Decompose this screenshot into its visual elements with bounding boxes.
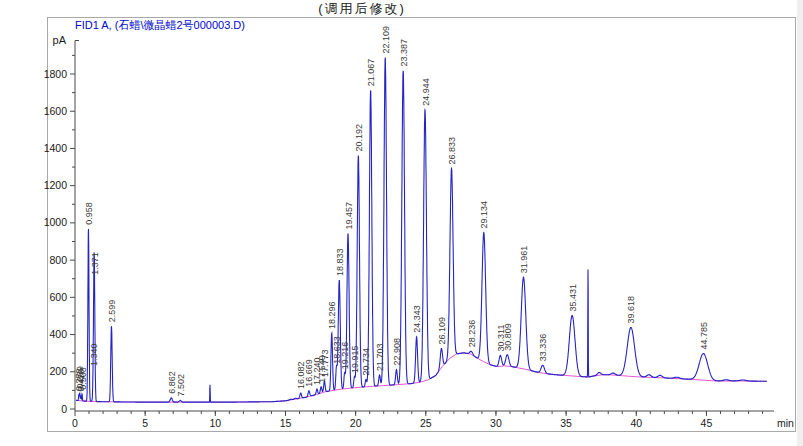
chromatogram-canvas: 0200400600800100012001400160018000510152…	[0, 0, 803, 446]
peak-label: 35.431	[568, 284, 578, 312]
peak-label: 21.067	[366, 59, 376, 87]
window-edge	[797, 0, 803, 446]
x-tick-label: 40	[630, 417, 642, 429]
x-tick-label: 0	[72, 417, 78, 429]
x-tick-label: 10	[209, 417, 221, 429]
peak-label: 31.961	[519, 246, 529, 274]
peak-label: 26.833	[447, 137, 457, 165]
peak-label: 20.734	[361, 348, 371, 376]
peak-label: 1.371	[90, 252, 100, 275]
y-tick-label: 800	[49, 254, 67, 266]
x-tick-label: 45	[701, 417, 713, 429]
y-tick-label: 1600	[44, 105, 68, 117]
peak-label: 18.296	[327, 302, 337, 330]
chromatogram-trace	[76, 58, 767, 403]
x-tick-label: 35	[560, 417, 572, 429]
peak-label: 26.109	[437, 317, 447, 345]
x-tick-label: 5	[142, 417, 148, 429]
y-tick-label: 1800	[44, 68, 68, 80]
peak-label: 21.703	[375, 343, 385, 371]
peak-label: 33.336	[538, 334, 548, 362]
signal-legend: FID1 A, (石蜡\微晶蜡2号000003.D)	[75, 18, 245, 33]
peak-label: 30.809	[503, 323, 513, 351]
peak-label: 17.773	[320, 350, 330, 378]
peak-label: 1.340	[89, 343, 99, 366]
x-axis-unit: min	[777, 417, 794, 429]
peak-label: 28.236	[467, 320, 477, 348]
signal-legend-text: FID1 A, (石蜡\微晶蜡2号000003.D)	[75, 19, 245, 31]
peak-label: 2.599	[107, 300, 117, 323]
x-tick-label: 30	[490, 417, 502, 429]
peak-label: 0.503	[78, 367, 88, 390]
y-tick-label: 400	[49, 328, 67, 340]
peak-label: 22.109	[381, 26, 391, 54]
peak-label: 23.387	[399, 39, 409, 67]
peak-label: 0.958	[84, 202, 94, 225]
peak-label: 44.785	[699, 322, 709, 350]
x-tick-label: 15	[280, 417, 292, 429]
y-tick-label: 200	[49, 365, 67, 377]
peak-label: 19.216	[340, 342, 350, 370]
peak-label: 29.134	[479, 201, 489, 229]
peak-label: 19.915	[350, 345, 360, 373]
peak-label: 18.833	[335, 248, 345, 276]
peak-label: 39.618	[626, 296, 636, 324]
y-tick-label: 1200	[44, 179, 68, 191]
peak-label: 24.343	[412, 305, 422, 333]
peak-labels: 0.2720.3390.4200.5030.9581.3401.3712.599…	[74, 26, 709, 396]
peak-label: 24.944	[421, 78, 431, 106]
y-axis-unit: pA	[53, 34, 67, 46]
y-tick-label: 1000	[44, 216, 68, 228]
y-tick-label: 0	[61, 403, 67, 415]
y-tick-label: 1400	[44, 142, 68, 154]
peak-label: 20.192	[354, 124, 364, 152]
tick-marks	[70, 55, 763, 416]
chromatogram-window: (调用后修改) 02004006008001000120014001600180…	[0, 0, 803, 446]
y-tick-label: 600	[49, 291, 67, 303]
peak-label: 22.908	[392, 338, 402, 366]
x-tick-label: 25	[420, 417, 432, 429]
x-tick-label: 20	[350, 417, 362, 429]
peak-label: 19.457	[344, 202, 354, 230]
peak-label: 7.502	[176, 374, 186, 397]
